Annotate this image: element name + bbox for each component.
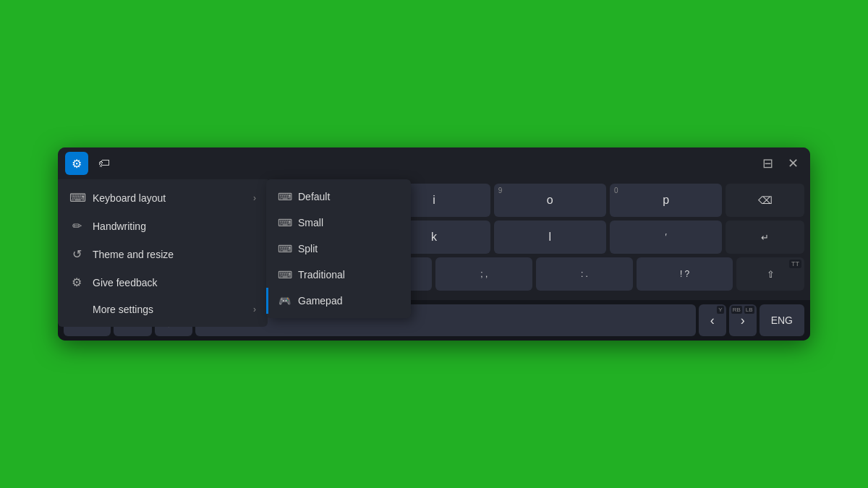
submenu-label-default: Default (298, 191, 330, 202)
topbar-right: ⊟ ✕ (758, 153, 803, 174)
settings-menu: ⌨ Keyboard layout › ✏ Handwriting ↺ Them… (58, 179, 268, 327)
key-shift[interactable]: ⇧ TT (736, 257, 804, 291)
topbar-left: ⚙ 🏷 (65, 152, 116, 175)
topbar: ⚙ 🏷 ⊟ ✕ (58, 147, 810, 179)
key-p[interactable]: 0 p (610, 184, 722, 217)
close-button[interactable]: ✕ (783, 153, 803, 174)
settings-icon-btn[interactable]: ⚙ (65, 152, 88, 175)
menu-item-more-settings[interactable]: More settings › (58, 296, 268, 322)
lang-button[interactable]: ENG (760, 304, 804, 336)
handwriting-icon: ✏ (69, 219, 84, 233)
feedback-icon: ⚙ (69, 275, 84, 289)
key-apostrophe[interactable]: ′ (610, 221, 722, 254)
key-backspace[interactable]: ⌫ (726, 184, 804, 217)
submenu-keyboard-layout: ⌨ Default ⌨ Small ⌨ Split ⌨ Traditional … (266, 179, 411, 318)
key-colon-period[interactable]: : . (536, 257, 633, 291)
submenu-item-default[interactable]: ⌨ Default (266, 184, 411, 210)
submenu-item-gamepad[interactable]: 🎮 Gamepad (266, 288, 411, 314)
menu-item-handwriting[interactable]: ✏ Handwriting (58, 212, 268, 240)
submenu-label-small: Small (298, 217, 323, 228)
dock-button[interactable]: ⊟ (758, 153, 778, 174)
key-excl-question[interactable]: ! ? (637, 257, 733, 291)
emoji-icon-btn[interactable]: 🏷 (93, 152, 116, 175)
submenu-item-small[interactable]: ⌨ Small (266, 210, 411, 236)
submenu-label-split: Split (298, 243, 318, 254)
menu-arrow-more-settings: › (253, 304, 256, 314)
left-arrow-button[interactable]: Y ‹ (699, 304, 726, 336)
key-l[interactable]: l (494, 221, 606, 254)
submenu-item-traditional[interactable]: ⌨ Traditional (266, 262, 411, 288)
left-arrow-label: ‹ (710, 313, 715, 328)
submenu-small-icon: ⌨ (278, 217, 291, 228)
menu-label-feedback: Give feedback (93, 277, 158, 288)
right-arrow-label: › (741, 313, 745, 328)
submenu-item-split[interactable]: ⌨ Split (266, 236, 411, 262)
submenu-label-gamepad: Gamepad (298, 295, 342, 307)
menu-arrow-keyboard-layout: › (253, 193, 256, 203)
submenu-default-icon: ⌨ (278, 191, 291, 202)
menu-label-handwriting: Handwriting (93, 221, 146, 232)
submenu-split-icon: ⌨ (278, 243, 291, 254)
menu-label-theme: Theme and resize (93, 249, 174, 260)
menu-item-theme[interactable]: ↺ Theme and resize (58, 240, 268, 268)
key-semicolon-comma[interactable]: ; , (435, 257, 532, 291)
menu-item-keyboard-layout[interactable]: ⌨ Keyboard layout › (58, 184, 268, 212)
lang-label: ENG (771, 314, 793, 326)
right-arrow-button[interactable]: LB RB › (729, 304, 757, 336)
menu-label-keyboard-layout: Keyboard layout (93, 192, 166, 204)
key-o[interactable]: 9 o (494, 184, 606, 217)
menu-item-feedback[interactable]: ⚙ Give feedback (58, 268, 268, 296)
submenu-gamepad-icon: 🎮 (278, 295, 291, 307)
key-enter[interactable]: ↵ (726, 221, 804, 254)
keyboard-window: ⚙ 🏷 ⊟ ✕ ⌨ Keyboard layout › ✏ Handwritin… (58, 147, 810, 341)
submenu-label-traditional: Traditional (298, 269, 345, 281)
submenu-traditional-icon: ⌨ (278, 269, 291, 281)
menu-label-more-settings: More settings (93, 304, 153, 315)
keyboard-layout-icon: ⌨ (69, 191, 84, 205)
theme-icon: ↺ (69, 247, 84, 261)
